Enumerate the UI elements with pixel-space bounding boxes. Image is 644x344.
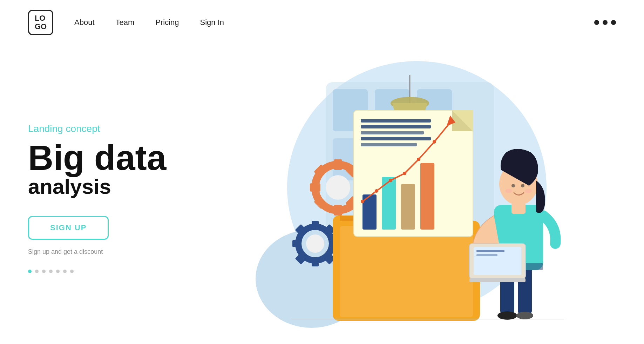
page-dot-5[interactable]	[56, 270, 60, 273]
hero-left: Landing concept Big data analysis SIGN U…	[28, 116, 210, 273]
laptop-base	[469, 278, 526, 282]
svg-point-20	[306, 234, 324, 253]
svg-rect-21	[312, 221, 319, 229]
nav-team[interactable]: Team	[116, 18, 135, 27]
svg-rect-37	[361, 143, 417, 146]
svg-point-42	[417, 158, 420, 161]
page-dot-1[interactable]	[28, 270, 32, 273]
svg-rect-22	[312, 258, 319, 266]
signup-button[interactable]: SIGN UP	[28, 216, 109, 240]
svg-rect-12	[334, 205, 342, 216]
hero-illustration	[210, 45, 616, 344]
svg-point-49	[521, 184, 524, 187]
gear-small-icon	[292, 221, 338, 266]
person-shoe-left	[497, 311, 517, 320]
svg-point-51	[525, 189, 532, 193]
page-dot-4[interactable]	[49, 270, 53, 273]
svg-rect-34	[361, 125, 431, 128]
svg-point-40	[389, 179, 392, 182]
concept-label: Landing concept	[28, 123, 210, 134]
dot-2	[603, 20, 608, 25]
discount-text: Sign up and get a discount	[28, 248, 210, 256]
header: LO GO About Team Pricing Sign In	[0, 0, 644, 45]
svg-rect-11	[334, 159, 342, 170]
svg-rect-33	[361, 119, 431, 123]
svg-rect-36	[361, 137, 431, 140]
svg-point-43	[433, 140, 436, 144]
svg-point-38	[361, 200, 364, 203]
chart-bar-4	[420, 163, 434, 230]
dot-1	[594, 20, 599, 25]
hero-title-big: Big data	[28, 140, 210, 175]
main-nav: About Team Pricing Sign In	[74, 18, 224, 27]
page-dot-7[interactable]	[70, 270, 74, 273]
main-content: Landing concept Big data analysis SIGN U…	[0, 45, 644, 344]
page-dot-2[interactable]	[35, 270, 39, 273]
svg-rect-13	[310, 183, 320, 192]
more-menu[interactable]	[594, 20, 616, 25]
page-dot-6[interactable]	[63, 270, 67, 273]
person-shoe-right	[516, 312, 533, 319]
svg-rect-47	[476, 254, 497, 256]
svg-rect-35	[361, 131, 424, 134]
svg-rect-29	[340, 226, 473, 317]
svg-rect-52	[511, 203, 526, 214]
nav-signin[interactable]: Sign In	[200, 18, 224, 27]
svg-point-39	[375, 189, 378, 193]
nav-about[interactable]: About	[74, 18, 95, 27]
svg-point-10	[326, 175, 350, 200]
page-dot-3[interactable]	[42, 270, 46, 273]
pagination	[28, 270, 210, 273]
svg-rect-23	[292, 240, 301, 247]
svg-rect-46	[476, 250, 504, 252]
svg-point-50	[505, 189, 512, 193]
illustration-svg	[256, 54, 571, 335]
svg-point-48	[511, 184, 515, 187]
hero-title-sub: analysis	[28, 175, 210, 198]
svg-point-41	[403, 172, 406, 175]
dot-3	[611, 20, 616, 25]
person-arm-right	[543, 216, 556, 244]
nav-pricing[interactable]: Pricing	[155, 18, 179, 27]
logo[interactable]: LO GO	[28, 10, 53, 35]
chart-bar-3	[401, 184, 415, 230]
